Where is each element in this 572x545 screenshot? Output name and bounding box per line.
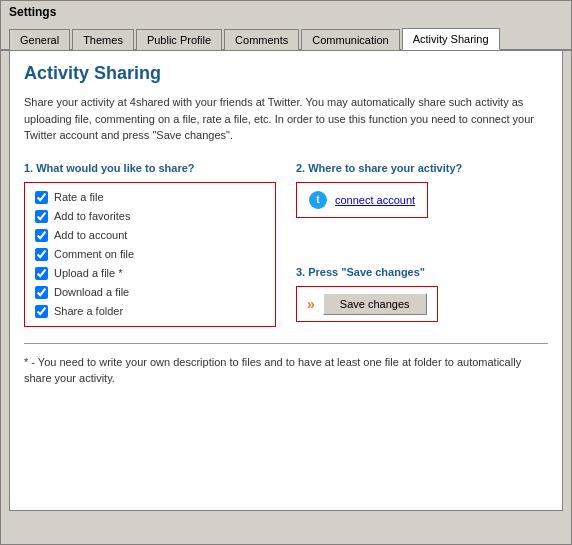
account-checkbox[interactable] [35,229,48,242]
checkbox-group: Rate a file Add to favorites Add to acco… [24,182,276,327]
list-item: Add to favorites [35,210,265,223]
twitter-icon: t [309,191,327,209]
right-column: 2. Where to share your activity? t conne… [296,162,548,327]
arrows-icon: » [307,296,315,312]
tab-themes[interactable]: Themes [72,29,134,50]
section3-title: 3. Press "Save changes" [296,266,548,278]
list-item: Rate a file [35,191,265,204]
settings-window: Settings General Themes Public Profile C… [0,0,572,545]
section2-title: 2. Where to share your activity? [296,162,548,174]
window-title: Settings [9,5,56,19]
divider [24,343,548,344]
list-item: Add to account [35,229,265,242]
download-label: Download a file [54,286,129,298]
list-item: Upload a file * [35,267,265,280]
description: Share your activity at 4shared with your… [24,94,548,144]
account-label: Add to account [54,229,127,241]
footnote: * - You need to write your own descripti… [24,354,548,387]
download-checkbox[interactable] [35,286,48,299]
page-title: Activity Sharing [24,63,548,84]
upload-label: Upload a file * [54,267,123,279]
tab-comments[interactable]: Comments [224,29,299,50]
connect-box: t connect account [296,182,428,218]
folder-checkbox[interactable] [35,305,48,318]
comment-checkbox[interactable] [35,248,48,261]
save-button[interactable]: Save changes [323,293,427,315]
favorites-label: Add to favorites [54,210,130,222]
two-column-layout: 1. What would you like to share? Rate a … [24,162,548,327]
upload-checkbox[interactable] [35,267,48,280]
connect-account-link[interactable]: connect account [335,194,415,206]
list-item: Download a file [35,286,265,299]
comment-label: Comment on file [54,248,134,260]
folder-label: Share a folder [54,305,123,317]
tab-public-profile[interactable]: Public Profile [136,29,222,50]
list-item: Share a folder [35,305,265,318]
favorites-checkbox[interactable] [35,210,48,223]
content-area: Activity Sharing Share your activity at … [9,51,563,511]
rate-checkbox[interactable] [35,191,48,204]
save-box: » Save changes [296,286,438,322]
list-item: Comment on file [35,248,265,261]
left-column: 1. What would you like to share? Rate a … [24,162,276,327]
tab-bar: General Themes Public Profile Comments C… [1,23,571,51]
tab-communication[interactable]: Communication [301,29,399,50]
tab-activity-sharing[interactable]: Activity Sharing [402,28,500,50]
title-bar: Settings [1,1,571,23]
section1-title: 1. What would you like to share? [24,162,276,174]
tab-general[interactable]: General [9,29,70,50]
rate-label: Rate a file [54,191,104,203]
